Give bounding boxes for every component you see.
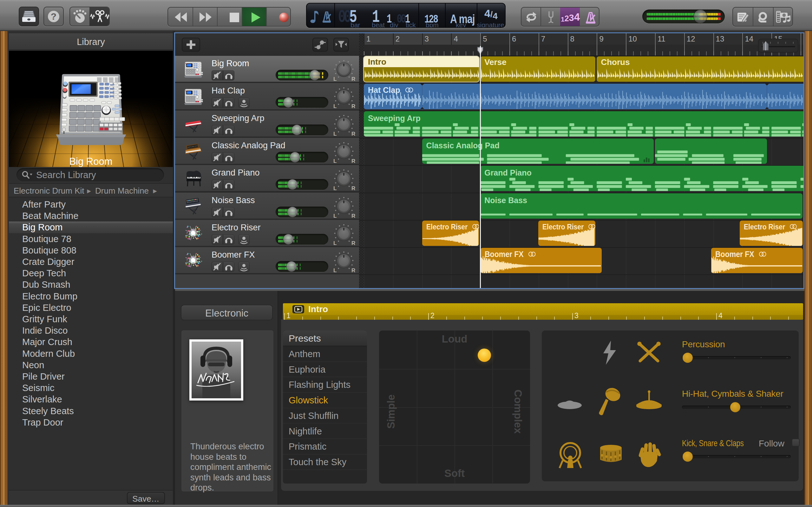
svg-text:L: L — [334, 185, 337, 191]
svg-text:L: L — [334, 240, 337, 246]
svg-text:R: R — [351, 240, 355, 246]
svg-text:L: L — [334, 76, 337, 82]
svg-text:R: R — [351, 158, 355, 164]
svg-text:L: L — [334, 213, 337, 219]
svg-text:R: R — [351, 185, 355, 191]
svg-text:R: R — [351, 131, 355, 137]
svg-text:L: L — [334, 103, 337, 109]
svg-text:R: R — [351, 213, 355, 219]
svg-text:R: R — [351, 76, 355, 82]
svg-text:L: L — [334, 131, 337, 137]
svg-text:?: ? — [51, 11, 56, 21]
svg-text:L: L — [334, 158, 337, 164]
svg-text:R: R — [351, 103, 355, 109]
svg-text:L: L — [334, 268, 337, 274]
svg-text:R: R — [351, 268, 355, 274]
